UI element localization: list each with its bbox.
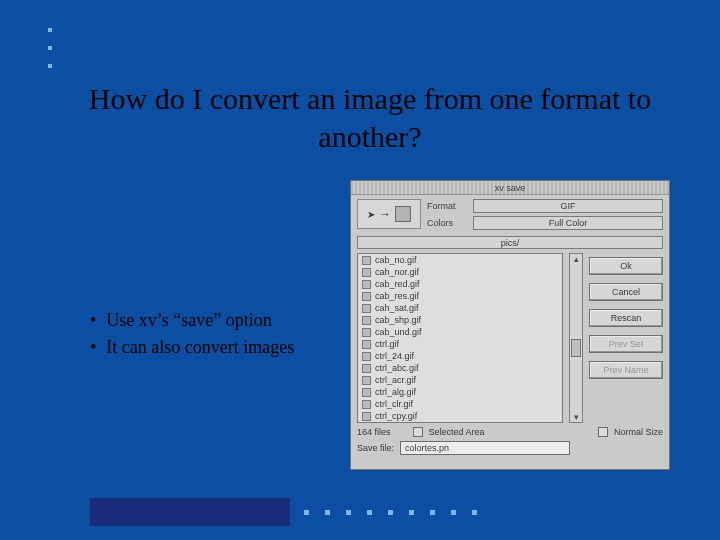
list-item[interactable]: cab_res.gif [358, 290, 562, 302]
bullet-list: • Use xv’s “save” option • It can also c… [90, 310, 294, 364]
prev-name-button[interactable]: Prev Name [589, 361, 663, 379]
format-label: Format [427, 201, 469, 211]
file-name: ctrl_acr.gif [375, 375, 416, 385]
file-icon [362, 376, 371, 385]
file-name: ctrl.gif [375, 339, 399, 349]
decoration-bar [90, 498, 290, 526]
list-item[interactable]: ctrl.gif [358, 338, 562, 350]
list-item[interactable]: ctrl_cpy.gif [358, 410, 562, 422]
ok-label: Ok [620, 261, 632, 271]
list-item[interactable]: cah_sat.gif [358, 302, 562, 314]
colors-label: Colors [427, 218, 469, 228]
file-name: ctrl_cpy.gif [375, 411, 417, 421]
path-value: pics/ [501, 238, 520, 248]
file-icon [362, 268, 371, 277]
scroll-thumb[interactable] [571, 339, 581, 357]
thumbnail-preview: ➤ → [357, 199, 421, 229]
cancel-button[interactable]: Cancel [589, 283, 663, 301]
scrollbar[interactable]: ▴ ▾ [569, 253, 583, 423]
file-icon [362, 304, 371, 313]
file-icon [362, 256, 371, 265]
ok-button[interactable]: Ok [589, 257, 663, 275]
cancel-label: Cancel [612, 287, 640, 297]
selected-area-label: Selected Area [429, 427, 485, 437]
bullet-item: • It can also convert images [90, 337, 294, 358]
decoration-dots-top-left [48, 28, 52, 82]
fish-icon: ➤ [367, 209, 375, 220]
file-name: cab_shp.gif [375, 315, 421, 325]
file-name: cab_und.gif [375, 327, 422, 337]
prev-name-label: Prev Name [603, 365, 648, 375]
bullet-item: • Use xv’s “save” option [90, 310, 294, 331]
file-name: ctrl_alg.gif [375, 387, 416, 397]
file-icon [362, 400, 371, 409]
path-dropdown[interactable]: pics/ [357, 236, 663, 249]
prev-set-button[interactable]: Prev Set [589, 335, 663, 353]
list-item[interactable]: cah_nor.gif [358, 266, 562, 278]
file-icon [362, 388, 371, 397]
bullet-icon: • [90, 337, 96, 358]
scroll-down-icon[interactable]: ▾ [574, 412, 579, 422]
file-name: cab_red.gif [375, 279, 420, 289]
file-name: ctrl_24.gif [375, 351, 414, 361]
bullet-text: Use xv’s “save” option [106, 310, 271, 331]
selected-area-checkbox[interactable] [413, 427, 423, 437]
decoration-dots-bottom [304, 510, 493, 515]
file-icon [362, 292, 371, 301]
save-file-value: colortes.pn [405, 443, 449, 453]
list-item[interactable]: ctrl_abc.gif [358, 362, 562, 374]
slide-title: How do I convert an image from one forma… [80, 80, 660, 155]
bullet-text: It can also convert images [106, 337, 294, 358]
file-name: cah_sat.gif [375, 303, 419, 313]
list-item[interactable]: ctrl_alg.gif [358, 386, 562, 398]
save-file-input[interactable]: colortes.pn [400, 441, 570, 455]
file-icon [362, 280, 371, 289]
decoration-bottom [90, 498, 493, 526]
list-item[interactable]: cab_red.gif [358, 278, 562, 290]
file-name: cah_nor.gif [375, 267, 419, 277]
normal-size-label: Normal Size [614, 427, 663, 437]
file-icon [362, 340, 371, 349]
list-item[interactable]: cab_no.gif [358, 254, 562, 266]
list-item[interactable]: ctrl_24.gif [358, 350, 562, 362]
colors-value: Full Color [549, 218, 588, 228]
file-icon [362, 316, 371, 325]
file-name: ctrl_clr.gif [375, 399, 413, 409]
file-list[interactable]: cab_no.gif cah_nor.gif cab_red.gif cab_r… [357, 253, 563, 423]
arrow-right-icon: → [379, 207, 391, 221]
prev-set-label: Prev Set [609, 339, 644, 349]
list-item[interactable]: cab_und.gif [358, 326, 562, 338]
file-icon [362, 328, 371, 337]
file-icon [362, 352, 371, 361]
rescan-label: Rescan [611, 313, 642, 323]
file-count-label: 164 files [357, 427, 391, 437]
list-item[interactable]: ctrl_clr.gif [358, 398, 562, 410]
bullet-icon: • [90, 310, 96, 331]
file-icon [362, 412, 371, 421]
file-name: cab_res.gif [375, 291, 419, 301]
list-item[interactable]: ctrl_acr.gif [358, 374, 562, 386]
format-dropdown[interactable]: GIF [473, 199, 663, 213]
list-item[interactable]: cab_shp.gif [358, 314, 562, 326]
window-title: xv save [495, 183, 526, 193]
xv-save-dialog: xv save ➤ → Format GIF Colors Full Color… [350, 180, 670, 470]
disk-icon [395, 206, 411, 222]
format-value: GIF [561, 201, 576, 211]
file-icon [362, 364, 371, 373]
window-titlebar: xv save [351, 181, 669, 195]
file-name: ctrl_abc.gif [375, 363, 419, 373]
colors-dropdown[interactable]: Full Color [473, 216, 663, 230]
normal-size-checkbox[interactable] [598, 427, 608, 437]
file-name: cab_no.gif [375, 255, 417, 265]
scroll-up-icon[interactable]: ▴ [574, 254, 579, 264]
save-file-label: Save file: [357, 443, 394, 453]
rescan-button[interactable]: Rescan [589, 309, 663, 327]
